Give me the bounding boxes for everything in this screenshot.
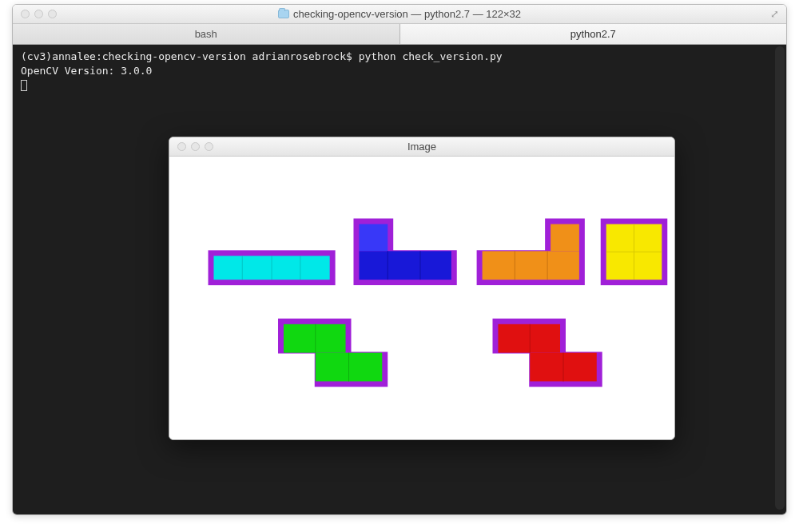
shape-green [278, 319, 388, 387]
folder-icon [278, 10, 289, 18]
output-line: OpenCV Version: 3.0.0 [21, 64, 778, 78]
svg-rect-9 [551, 224, 579, 252]
image-canvas [169, 157, 674, 439]
svg-rect-10 [483, 251, 579, 280]
terminal-window: checking-opencv-version — python2.7 — 12… [12, 4, 787, 515]
tetris-shapes [169, 157, 674, 439]
traffic-lights [177, 142, 213, 151]
image-titlebar: Image [169, 137, 674, 157]
scrollbar[interactable] [775, 46, 785, 510]
zoom-icon[interactable] [205, 142, 213, 151]
svg-rect-21 [498, 324, 560, 353]
shape-orange [477, 219, 585, 286]
svg-rect-6 [359, 251, 451, 280]
close-icon[interactable] [177, 142, 186, 151]
minimize-icon[interactable] [191, 142, 200, 151]
close-icon[interactable] [21, 10, 30, 18]
image-window-title-text: Image [407, 141, 436, 153]
expand-icon[interactable]: ⤢ [770, 8, 781, 19]
tab-bash[interactable]: bash [13, 24, 400, 44]
window-title: checking-opencv-version — python2.7 — 12… [13, 8, 786, 20]
shape-red [493, 319, 602, 387]
svg-rect-17 [284, 324, 346, 353]
shape-yellow [601, 219, 668, 286]
cursor-icon [21, 80, 27, 91]
shape-blue [353, 219, 456, 286]
traffic-lights [21, 10, 57, 18]
shape-cyan [209, 250, 336, 285]
titlebar: checking-opencv-version — python2.7 — 12… [13, 5, 786, 24]
tab-python27[interactable]: python2.7 [400, 24, 787, 44]
window-title-text: checking-opencv-version — python2.7 — 12… [293, 8, 521, 20]
prompt-line: (cv3)annalee:checking-opencv-version adr… [21, 50, 778, 64]
image-window-title: Image [169, 141, 674, 153]
svg-rect-5 [359, 224, 388, 252]
tab-label: bash [195, 28, 217, 40]
image-window: Image [169, 137, 675, 440]
tab-label: python2.7 [570, 28, 616, 40]
minimize-icon[interactable] [34, 10, 43, 18]
zoom-icon[interactable] [48, 10, 57, 18]
tab-bar: bash python2.7 [13, 24, 786, 45]
